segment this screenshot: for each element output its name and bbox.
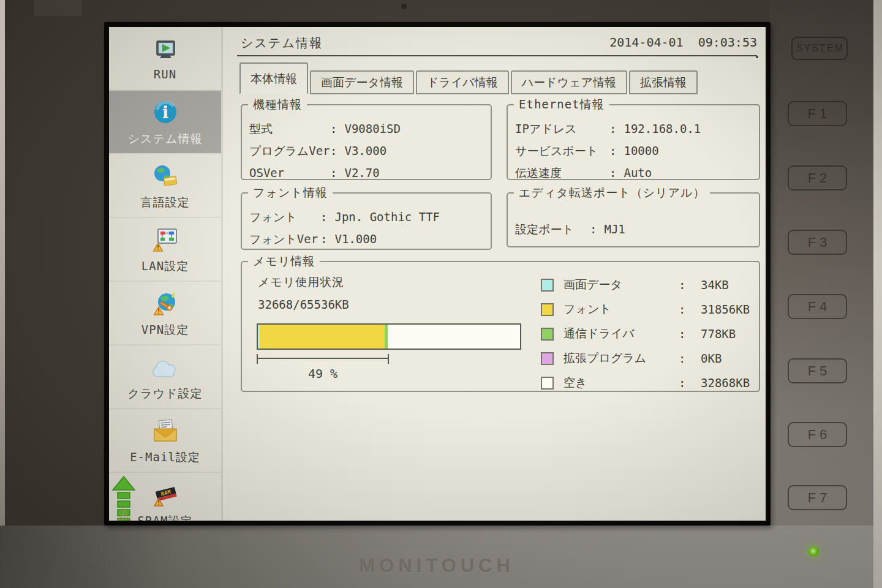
free-space-swatch [541,377,554,390]
screen-frame: RUN i システム情報 [104,22,771,526]
memory-legend: 画面データ : 34KB フォント : 31856KB 通信ドライバ [541,273,750,395]
font-swatch [541,303,554,316]
monitouch-device: MONITOUCH SYSTEM F1 F2 F3 F4 F5 F6 F7 [0,0,882,588]
legend-row: 空き : 32868KB [541,371,750,395]
sidebar-item-email[interactable]: E-Mail設定 [109,409,221,473]
sidebar-item-language[interactable]: 言語設定 [109,154,221,218]
tab-bar: 本体情報 画面データ情報 ドライバ情報 ハードウェア情報 拡張情報 [239,62,699,94]
sidebar-item-cloud[interactable]: クラウド設定 [109,345,221,409]
legend-label: 空き [564,375,679,391]
row-label: 伝送速度 [515,162,609,184]
row-value: V2.70 [344,162,379,184]
run-icon [109,27,221,61]
legend-value: 778KB [701,327,736,341]
row-label: 設定ポート [515,218,590,240]
row-colon: : [330,140,337,162]
page-title: システム情報 [241,35,323,51]
legend-label: 拡張プログラム [564,350,679,366]
memory-usage-value: 32668/65536KB [258,298,349,311]
memory-info-box: メモリ情報 メモリ使用状況 32668/65536KB 49 % 画面データ :… [241,261,760,392]
box-legend: フォント情報 [248,185,333,201]
tab-unit-info[interactable]: 本体情報 [239,62,308,94]
info-row: 型式 : V9080iSD [249,118,483,140]
row-value: V9080iSD [344,118,401,140]
info-row: OSVer : V2.70 [249,162,483,184]
ext-program-swatch [541,352,554,365]
row-colon: : [330,162,337,184]
sidebar: RUN i システム情報 [109,27,223,521]
legend-row: 画面データ : 34KB [541,273,750,297]
tab-hardware-info[interactable]: ハードウェア情報 [511,70,627,94]
row-label: プログラムVer [249,140,330,162]
lan-icon: ! [109,218,221,252]
row-value: 10000 [624,140,658,162]
row-colon: : [590,218,597,240]
svg-text:!: ! [156,307,160,315]
main-panel: システム情報 2014-04-01 09:03:53 本体情報 画面データ情報 … [225,27,766,521]
datetime: 2014-04-01 09:03:53 [609,35,757,50]
scroll-up-indicator[interactable]: ☝ [111,475,140,521]
row-colon: : [609,140,616,162]
sidebar-item-lan[interactable]: ! LAN設定 [109,218,221,282]
f6-button[interactable]: F6 [788,422,847,447]
row-value: V3.000 [344,140,386,162]
sidebar-item-vpn[interactable]: ! VPN設定 [109,282,221,345]
language-icon [109,154,221,189]
cloud-icon [109,345,221,380]
sidebar-item-label: LAN設定 [109,258,221,274]
sidebar-item-system-info[interactable]: i システム情報 [109,91,221,154]
row-value: V1.000 [334,228,377,250]
tab-driver-info[interactable]: ドライバ情報 [416,70,509,94]
row-value: Auto [624,162,652,184]
box-legend: 機種情報 [248,97,307,113]
screen-data-swatch [541,279,554,292]
brand-logo: MONITOUCH [0,555,873,577]
legend-colon: : [679,303,701,316]
row-colon: : [320,228,327,250]
sidebar-item-label: 言語設定 [109,195,221,211]
legend-row: 通信ドライバ : 778KB [541,322,750,346]
info-row: サービスポート : 10000 [515,140,752,162]
svg-text:!: ! [156,499,160,506]
legend-value: 32868KB [701,376,750,390]
legend-colon: : [679,327,701,341]
f3-button[interactable]: F3 [788,230,847,255]
sidebar-item-label: E-Mail設定 [109,450,221,466]
system-button[interactable]: SYSTEM [791,37,848,60]
legend-value: 34KB [701,278,729,292]
background-wall [873,0,882,588]
f7-button[interactable]: F7 [788,485,847,510]
bezel-reflection [34,0,82,16]
legend-row: 拡張プログラム : 0KB [541,346,750,371]
row-label: OSVer [249,162,330,184]
row-colon: : [609,118,616,140]
info-row: プログラムVer : V3.000 [249,140,483,162]
f1-button[interactable]: F1 [788,101,847,126]
row-value: MJ1 [604,218,625,240]
tab-extension-info[interactable]: 拡張情報 [629,70,698,94]
legend-label: 通信ドライバ [564,326,679,342]
email-icon [109,409,221,443]
sidebar-item-run[interactable]: RUN [109,27,221,91]
ethernet-info-box: Ethernet情報 IPアドレス : 192.168.0.1 サービスポート … [507,104,760,180]
f2-button[interactable]: F2 [788,165,847,190]
row-label: フォントVer [249,228,320,250]
memory-usage-bar [257,323,521,350]
system-info-icon: i [109,91,221,125]
legend-colon: : [679,352,701,365]
row-label: サービスポート [515,140,609,162]
row-label: フォント [249,206,320,228]
row-value: 192.168.0.1 [624,118,701,140]
legend-value: 31856KB [701,303,750,316]
f5-button[interactable]: F5 [788,358,847,383]
memory-usage-title: メモリ使用状況 [258,274,344,290]
bezel-screw [401,4,407,9]
row-label: IPアドレス [515,118,609,140]
box-legend: メモリ情報 [248,254,320,270]
f4-button[interactable]: F4 [788,294,847,319]
memory-percent-label: 49 % [257,366,389,381]
editor-port-box: エディタ転送ポート（シリアル） 設定ポート : MJ1 [507,192,760,247]
tab-screen-data-info[interactable]: 画面データ情報 [310,70,414,94]
row-colon: : [609,162,616,184]
header-divider [237,55,757,56]
